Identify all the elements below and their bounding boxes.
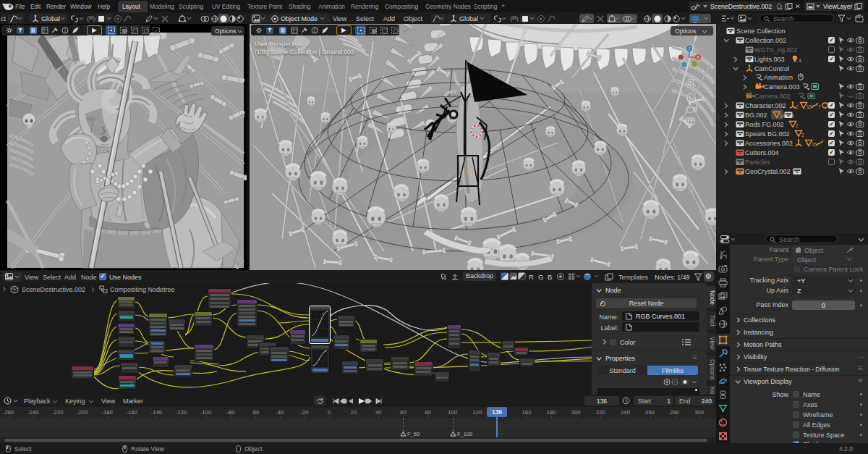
- svg-text:X: X: [697, 56, 699, 59]
- svg-text:Z: Z: [689, 47, 691, 51]
